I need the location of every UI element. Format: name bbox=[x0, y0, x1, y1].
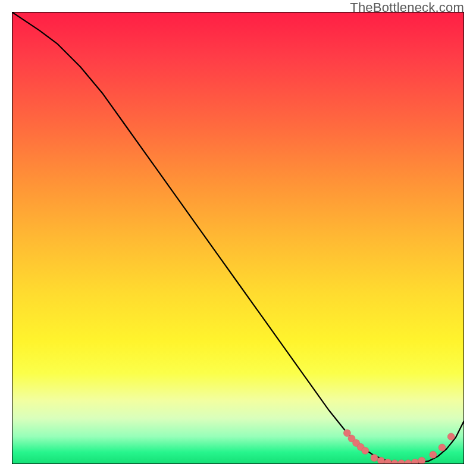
marker-group bbox=[343, 430, 455, 464]
curve-marker bbox=[411, 459, 418, 464]
curve-svg bbox=[12, 12, 464, 464]
curve-marker bbox=[362, 447, 369, 454]
curve-marker bbox=[418, 457, 425, 464]
plot-area bbox=[12, 12, 464, 464]
curve-marker bbox=[405, 460, 412, 464]
curve-marker bbox=[371, 455, 378, 462]
chart-container: TheBottleneck.com bbox=[0, 0, 476, 476]
curve-marker bbox=[398, 460, 405, 464]
bottleneck-curve bbox=[12, 12, 464, 464]
curve-marker bbox=[391, 460, 398, 464]
curve-marker bbox=[377, 457, 384, 464]
curve-marker bbox=[447, 433, 455, 440]
curve-marker bbox=[439, 444, 446, 451]
curve-marker bbox=[430, 451, 437, 458]
